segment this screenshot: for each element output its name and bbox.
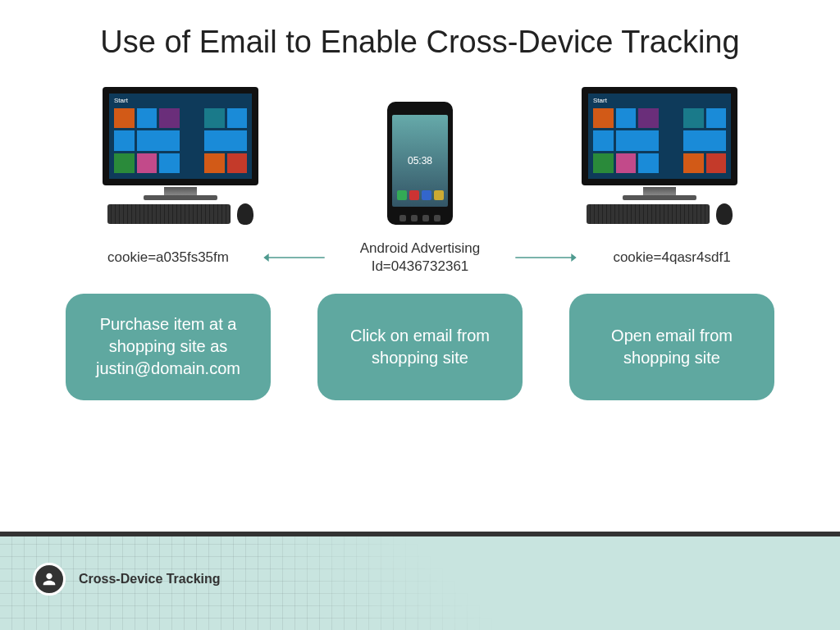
arrow-right-icon <box>514 257 578 258</box>
desktop-computer-icon: Start <box>582 87 737 225</box>
desktop-computer-icon: Start <box>103 87 258 225</box>
keyboard-icon <box>107 204 231 224</box>
devices-row: Start 05:38 <box>0 62 840 225</box>
cookie-left: cookie=a035fs35fm <box>74 249 262 267</box>
start-menu-label: Start <box>114 97 128 104</box>
step-click-email: Click on email from shopping site <box>317 294 523 400</box>
smartphone-icon: 05:38 <box>387 102 453 225</box>
step-purchase: Purchase item at a shopping site as just… <box>66 294 271 400</box>
phone-clock: 05:38 <box>392 155 448 167</box>
mouse-icon <box>716 203 733 225</box>
steps-row: Purchase item at a shopping site as just… <box>0 276 840 400</box>
android-ad-id: Android Advertising Id=0436732361 <box>326 240 514 276</box>
start-menu-label: Start <box>593 97 607 104</box>
mouse-icon <box>237 203 253 225</box>
person-icon <box>33 563 66 596</box>
keyboard-icon <box>587 204 710 224</box>
device-left: Start <box>74 87 287 225</box>
step-open-email: Open email from shopping site <box>569 294 774 400</box>
device-center: 05:38 <box>313 102 527 225</box>
slide: Use of Email to Enable Cross-Device Trac… <box>0 0 840 630</box>
identifier-row: cookie=a035fs35fm Android Advertising Id… <box>0 225 840 276</box>
footer-title: Cross-Device Tracking <box>79 572 221 587</box>
svg-marker-1 <box>263 253 268 262</box>
device-right: Start <box>553 87 766 225</box>
arrow-left-icon <box>262 257 326 258</box>
slide-title: Use of Email to Enable Cross-Device Trac… <box>0 0 840 62</box>
cookie-right: cookie=4qasr4sdf1 <box>578 249 766 267</box>
svg-marker-3 <box>571 253 576 262</box>
android-ad-id-line2: Id=0436732361 <box>372 258 469 274</box>
footer: Cross-Device Tracking <box>0 532 840 630</box>
android-ad-id-line1: Android Advertising <box>360 240 480 256</box>
